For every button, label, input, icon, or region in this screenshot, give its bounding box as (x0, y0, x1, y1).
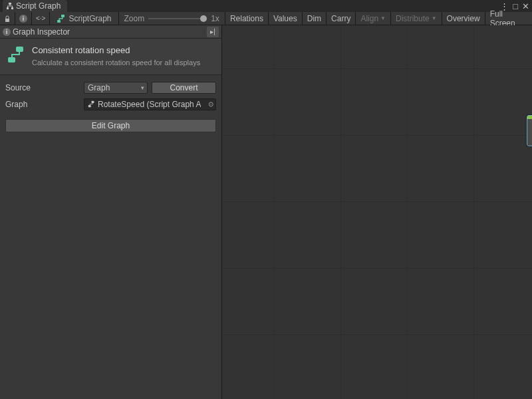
zoom-label: Zoom (124, 14, 145, 23)
chevron-down-icon: ▼ (380, 15, 386, 21)
zoom-value: 1x (211, 14, 219, 23)
variable-button[interactable]: <·> (32, 12, 50, 25)
tab-dim[interactable]: Dim (302, 12, 326, 25)
graph-canvas[interactable]: Subgraph Consistent rotation speed (222, 25, 532, 399)
source-dropdown[interactable]: Graph (84, 82, 148, 94)
tab-relations[interactable]: Relations (225, 12, 268, 25)
node-description: Calculate a consistent rotation speed fo… (32, 58, 200, 68)
zoom-slider[interactable] (148, 18, 207, 19)
graph-icon (57, 14, 66, 23)
graph-value: RotateSpeed (Script Graph A (98, 100, 201, 109)
svg-rect-1 (7, 7, 9, 9)
edit-graph-button[interactable]: Edit Graph (5, 119, 216, 132)
properties: Source Graph Convert Graph RotateSpeed (… (0, 75, 221, 116)
sidebar: i Graph Inspector ▸| Consistent rotation… (0, 25, 222, 399)
hierarchy-icon (7, 3, 13, 9)
zoom-thumb[interactable] (200, 15, 207, 22)
inspector-title: Graph Inspector (13, 27, 70, 37)
convert-button[interactable]: Convert (152, 82, 216, 94)
svg-rect-2 (11, 7, 13, 9)
breadcrumb-label: ScriptGraph (68, 14, 111, 23)
breadcrumb[interactable]: ScriptGraph (50, 12, 118, 25)
zoom-control: Zoom 1x (119, 12, 225, 25)
subgraph-icon (7, 45, 25, 64)
svg-rect-4 (61, 15, 65, 17)
graph-field[interactable]: RotateSpeed (Script Graph A ⊙ (84, 98, 216, 110)
tab-overview[interactable]: Overview (442, 12, 485, 25)
graph-ref-icon (88, 100, 95, 108)
object-picker-icon[interactable]: ⊙ (208, 100, 213, 108)
svg-rect-6 (16, 47, 23, 52)
tab-label: Script Graph (16, 1, 61, 11)
lock-icon (4, 15, 11, 22)
tab-distribute[interactable]: Distribute▼ (390, 12, 442, 25)
toolbar: i <·> ScriptGraph Zoom 1x Relations Valu… (0, 12, 532, 25)
svg-rect-5 (57, 20, 61, 23)
svg-rect-9 (88, 105, 91, 107)
node-title: Consistent rotation speed (32, 45, 200, 55)
node-header: Consistent rotation speed Calculate a co… (0, 39, 221, 75)
info-icon: i (3, 28, 11, 36)
svg-rect-0 (9, 3, 11, 5)
tab-align[interactable]: Align▼ (355, 12, 390, 25)
svg-rect-3 (5, 19, 9, 22)
window-tab[interactable]: Script Graph (3, 0, 67, 12)
info-icon: i (19, 15, 27, 23)
inspector-header: i Graph Inspector ▸| (0, 25, 221, 39)
window-titlebar: Script Graph ⋮ □ ✕ (0, 0, 532, 12)
tab-align-label: Align (360, 14, 378, 23)
collapse-button[interactable]: ▸| (207, 27, 219, 37)
source-label: Source (5, 83, 84, 92)
tab-distribute-label: Distribute (396, 14, 430, 23)
chevron-down-icon: ▼ (432, 15, 437, 21)
svg-rect-7 (8, 57, 15, 63)
collapse-icon: ▸| (210, 28, 215, 35)
tab-values[interactable]: Values (268, 12, 302, 25)
tab-carry[interactable]: Carry (326, 12, 355, 25)
variable-icon: <·> (36, 15, 45, 22)
svg-rect-8 (92, 101, 94, 103)
info-button[interactable]: i (15, 12, 32, 25)
graph-label: Graph (5, 100, 84, 109)
source-value: Graph (88, 83, 110, 92)
subgraph-node[interactable]: Subgraph Consistent rotation speed (527, 115, 532, 146)
lock-button[interactable] (0, 12, 15, 25)
tab-fullscreen[interactable]: Full Screen (485, 12, 532, 25)
